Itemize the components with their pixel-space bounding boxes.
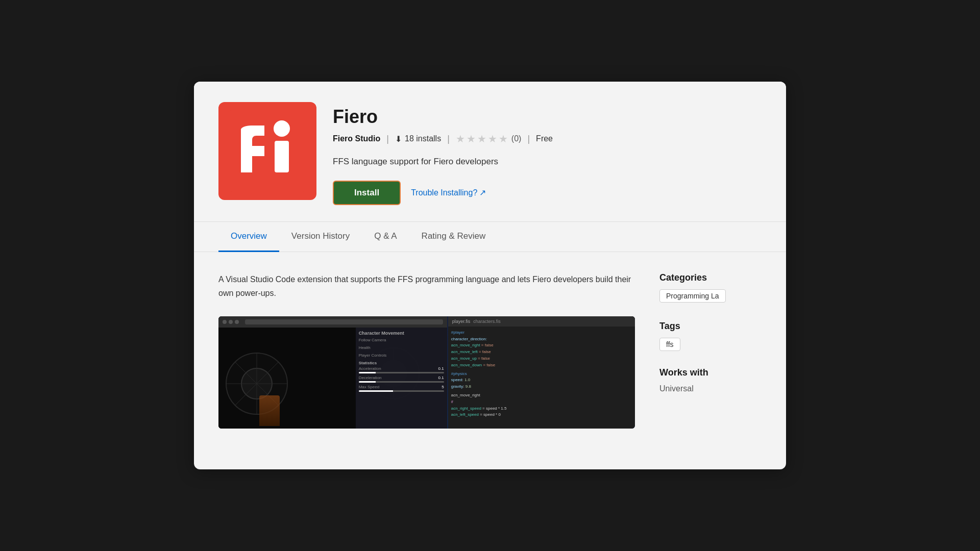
star-3: ★ <box>477 133 486 145</box>
price: Free <box>536 134 553 143</box>
category-tag: Programming La <box>659 289 726 303</box>
app-title: Fiero <box>333 106 762 128</box>
trouble-label: Trouble Installing? <box>411 188 477 197</box>
browser-bar <box>218 316 447 328</box>
browser-dot-1 <box>223 320 227 324</box>
screenshot-right: player.fis characters.fis #player charac… <box>448 316 635 429</box>
svg-rect-2 <box>275 141 289 172</box>
screenshot-left: Character Movement Follow Camera Health … <box>218 316 447 429</box>
external-link-icon: ↗ <box>479 188 486 197</box>
installs-count: 18 installs <box>405 134 441 143</box>
screenshot-mock: Character Movement Follow Camera Health … <box>218 316 635 429</box>
works-with-value: Universal <box>659 384 762 393</box>
rating-count: (0) <box>511 134 522 143</box>
app-header: Fiero Fiero Studio | ⬇ 18 installs | ★ ★… <box>194 82 786 222</box>
tabs-bar: Overview Version History Q & A Rating & … <box>194 222 786 252</box>
separator-1: | <box>386 134 389 144</box>
screenshot: Character Movement Follow Camera Health … <box>218 316 635 429</box>
works-with-title: Works with <box>659 367 762 378</box>
tags-title: Tags <box>659 321 762 332</box>
separator-2: | <box>447 134 450 144</box>
star-2: ★ <box>467 133 476 145</box>
sidebar: Categories Programming La Tags ffs Works… <box>659 272 762 429</box>
trouble-installing-link[interactable]: Trouble Installing? ↗ <box>411 188 486 197</box>
header-info: Fiero Fiero Studio | ⬇ 18 installs | ★ ★… <box>333 102 762 205</box>
sidebar-tags: Tags ffs <box>659 321 762 351</box>
installs: ⬇ 18 installs <box>395 134 441 144</box>
meta-row: Fiero Studio | ⬇ 18 installs | ★ ★ ★ ★ ★… <box>333 133 762 145</box>
star-1: ★ <box>456 133 465 145</box>
sidebar-categories: Categories Programming La <box>659 272 762 305</box>
download-icon: ⬇ <box>395 134 402 144</box>
sidebar-works-with: Works with Universal <box>659 367 762 393</box>
main-content: A Visual Studio Code extension that supp… <box>218 272 635 429</box>
browser-dot-3 <box>235 320 239 324</box>
tab-rating-review[interactable]: Rating & Review <box>409 222 498 252</box>
categories-title: Categories <box>659 272 762 283</box>
install-button[interactable]: Install <box>333 181 401 205</box>
star-5: ★ <box>499 133 508 145</box>
browser-dot-2 <box>229 320 233 324</box>
tab-overview[interactable]: Overview <box>218 222 279 252</box>
tag-ffs: ffs <box>659 338 680 351</box>
svg-rect-0 <box>227 110 308 192</box>
star-rating: ★ ★ ★ ★ ★ (0) <box>456 133 522 145</box>
publisher: Fiero Studio <box>333 134 380 143</box>
app-icon <box>218 102 316 200</box>
svg-point-1 <box>274 120 290 137</box>
content-area: A Visual Studio Code extension that supp… <box>194 252 786 449</box>
tab-qa[interactable]: Q & A <box>362 222 409 252</box>
app-description: FFS language support for Fiero developer… <box>333 155 762 168</box>
separator-3: | <box>527 134 530 144</box>
tab-version-history[interactable]: Version History <box>279 222 362 252</box>
overview-text: A Visual Studio Code extension that supp… <box>218 272 635 300</box>
actions: Install Trouble Installing? ↗ <box>333 181 762 205</box>
app-card: Fiero Fiero Studio | ⬇ 18 installs | ★ ★… <box>194 82 786 469</box>
star-4: ★ <box>488 133 497 145</box>
